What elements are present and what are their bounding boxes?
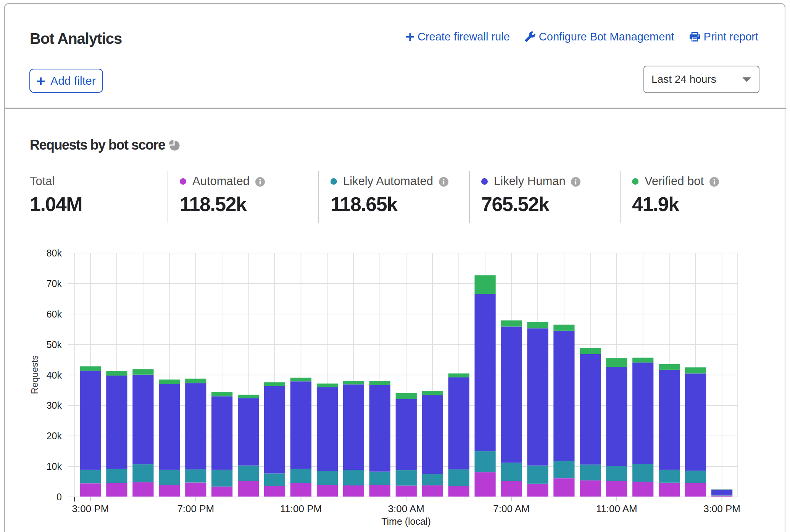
svg-text:0: 0 <box>56 492 62 502</box>
svg-text:80k: 80k <box>47 248 62 258</box>
svg-text:50k: 50k <box>47 339 62 350</box>
svg-text:70k: 70k <box>47 278 62 289</box>
svg-text:60k: 60k <box>47 309 62 319</box>
svg-text:3:00 PM: 3:00 PM <box>72 503 109 514</box>
svg-text:7:00 AM: 7:00 AM <box>493 503 529 514</box>
svg-text:10k: 10k <box>47 461 62 472</box>
svg-text:11:00 AM: 11:00 AM <box>596 503 637 514</box>
svg-text:40k: 40k <box>47 370 62 380</box>
svg-text:3:00 PM: 3:00 PM <box>703 503 740 514</box>
svg-text:7:00 PM: 7:00 PM <box>177 503 214 514</box>
svg-text:Time (local): Time (local) <box>381 516 431 527</box>
svg-text:Requests: Requests <box>29 355 40 394</box>
svg-text:20k: 20k <box>47 430 62 441</box>
svg-text:30k: 30k <box>47 400 62 411</box>
svg-text:3:00 AM: 3:00 AM <box>388 503 424 514</box>
svg-text:11:00 PM: 11:00 PM <box>280 503 322 514</box>
